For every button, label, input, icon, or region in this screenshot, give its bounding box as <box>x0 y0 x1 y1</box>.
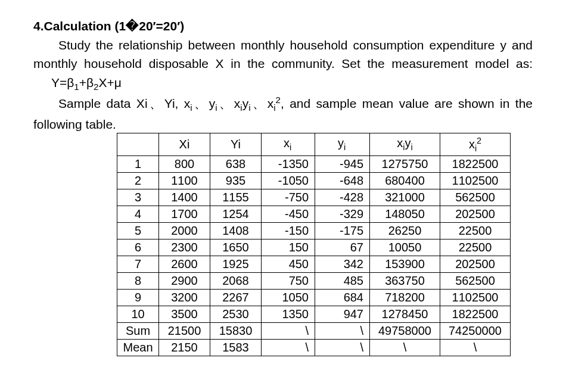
cell-yd: 342 <box>315 256 370 272</box>
cell-xd: \ <box>262 322 315 339</box>
cell-Yi: 2068 <box>210 272 262 289</box>
cell-idx: Mean <box>117 339 159 356</box>
cell-Yi: 935 <box>210 172 262 189</box>
cell-yd: 947 <box>315 306 370 322</box>
cell-idx: 1 <box>117 155 159 172</box>
cell-x2: 562500 <box>440 272 511 289</box>
cell-xd: -750 <box>262 189 315 206</box>
cell-yd: \ <box>315 339 370 356</box>
cell-yd: 684 <box>315 289 370 306</box>
cell-xy: 1275750 <box>370 155 440 172</box>
document-page: 4.Calculation (1�20′=20′) Study the rela… <box>0 0 566 368</box>
cell-yd: 485 <box>315 272 370 289</box>
cell-yd: -648 <box>315 172 370 189</box>
table-row: 93200226710506847182001102500 <box>117 289 511 306</box>
cell-yd: -428 <box>315 189 370 206</box>
statement-text: Study the relationship between monthly h… <box>33 38 533 71</box>
cell-x2: 74250000 <box>440 322 511 339</box>
cell-idx: 8 <box>117 272 159 289</box>
cell-xd: 750 <box>262 272 315 289</box>
header-xy: xiyi <box>370 133 440 155</box>
cell-Yi: 1155 <box>210 189 262 206</box>
cell-xd: 1050 <box>262 289 315 306</box>
cell-Yi: 1583 <box>210 339 262 356</box>
cell-Xi: 21500 <box>159 322 210 339</box>
cell-Xi: 2900 <box>159 272 210 289</box>
table-row: 623001650150671005022500 <box>117 239 511 256</box>
cell-x2: 1822500 <box>440 306 511 322</box>
cell-x2: 562500 <box>440 189 511 206</box>
cell-idx: 7 <box>117 256 159 272</box>
cell-x2: 1102500 <box>440 289 511 306</box>
table-row: 520001408-150-1752625022500 <box>117 222 511 239</box>
cell-x2: \ <box>440 339 511 356</box>
cell-xy: 10050 <box>370 239 440 256</box>
cell-Yi: 2267 <box>210 289 262 306</box>
header-xi: Xi <box>159 133 210 155</box>
cell-xy: 718200 <box>370 289 440 306</box>
cell-idx: 10 <box>117 306 159 322</box>
cell-Yi: 638 <box>210 155 262 172</box>
cell-xy: 1278450 <box>370 306 440 322</box>
cell-Xi: 800 <box>159 155 210 172</box>
cell-xd: \ <box>262 339 315 356</box>
cell-xy: 148050 <box>370 206 440 222</box>
table-row: 726001925450342153900202500 <box>117 256 511 272</box>
cell-idx: Sum <box>117 322 159 339</box>
cell-yd: -329 <box>315 206 370 222</box>
table-row: 1035002530135094712784501822500 <box>117 306 511 322</box>
cell-Yi: 15830 <box>210 322 262 339</box>
cell-idx: 2 <box>117 172 159 189</box>
problem-statement-2: Sample data Xi、Yi, xi、yi、xiyi、xi2, and s… <box>33 94 533 133</box>
header-yi: Yi <box>210 133 262 155</box>
data-table-wrapper: Xi Yi xi yi xiyi xi2 1800638-1350-945127… <box>117 133 533 356</box>
cell-xd: -150 <box>262 222 315 239</box>
cell-x2: 202500 <box>440 256 511 272</box>
section-heading: 4.Calculation (1�20′=20′) <box>33 17 533 36</box>
cell-idx: 3 <box>117 189 159 206</box>
cell-x2: 1102500 <box>440 172 511 189</box>
cell-xd: -1350 <box>262 155 315 172</box>
cell-Xi: 2600 <box>159 256 210 272</box>
header-blank <box>117 133 159 155</box>
regression-data-table: Xi Yi xi yi xiyi xi2 1800638-1350-945127… <box>117 133 511 356</box>
cell-Yi: 1254 <box>210 206 262 222</box>
cell-Xi: 2000 <box>159 222 210 239</box>
cell-yd: \ <box>315 322 370 339</box>
cell-xd: 1350 <box>262 306 315 322</box>
model-equation: Y=β1+β2X+μ <box>51 76 122 89</box>
cell-Yi: 2530 <box>210 306 262 322</box>
cell-idx: 9 <box>117 289 159 306</box>
header-x2: xi2 <box>440 133 511 155</box>
table-row: 21100935-1050-6486804001102500 <box>117 172 511 189</box>
cell-Xi: 3200 <box>159 289 210 306</box>
cell-xy: 153900 <box>370 256 440 272</box>
cell-xy: \ <box>370 339 440 356</box>
cell-xd: 150 <box>262 239 315 256</box>
table-row: 829002068750485363750562500 <box>117 272 511 289</box>
cell-x2: 1822500 <box>440 155 511 172</box>
header-xd: xi <box>262 133 315 155</box>
cell-xd: 450 <box>262 256 315 272</box>
cell-x2: 22500 <box>440 239 511 256</box>
cell-idx: 5 <box>117 222 159 239</box>
cell-yd: 67 <box>315 239 370 256</box>
cell-idx: 4 <box>117 206 159 222</box>
header-yd: yi <box>315 133 370 155</box>
cell-xd: -1050 <box>262 172 315 189</box>
cell-xd: -450 <box>262 206 315 222</box>
cell-idx: 6 <box>117 239 159 256</box>
table-row: Mean21501583\\\\ <box>117 339 511 356</box>
problem-statement-1: Study the relationship between monthly h… <box>33 36 533 94</box>
table-row: 417001254-450-329148050202500 <box>117 206 511 222</box>
cell-xy: 363750 <box>370 272 440 289</box>
cell-Xi: 1100 <box>159 172 210 189</box>
cell-yd: -945 <box>315 155 370 172</box>
cell-Yi: 1408 <box>210 222 262 239</box>
header-row: Xi Yi xi yi xiyi xi2 <box>117 133 511 155</box>
table-row: 1800638-1350-94512757501822500 <box>117 155 511 172</box>
cell-Yi: 1925 <box>210 256 262 272</box>
cell-Xi: 3500 <box>159 306 210 322</box>
table-body: 1800638-1350-9451275750182250021100935-1… <box>117 155 511 356</box>
cell-xy: 26250 <box>370 222 440 239</box>
